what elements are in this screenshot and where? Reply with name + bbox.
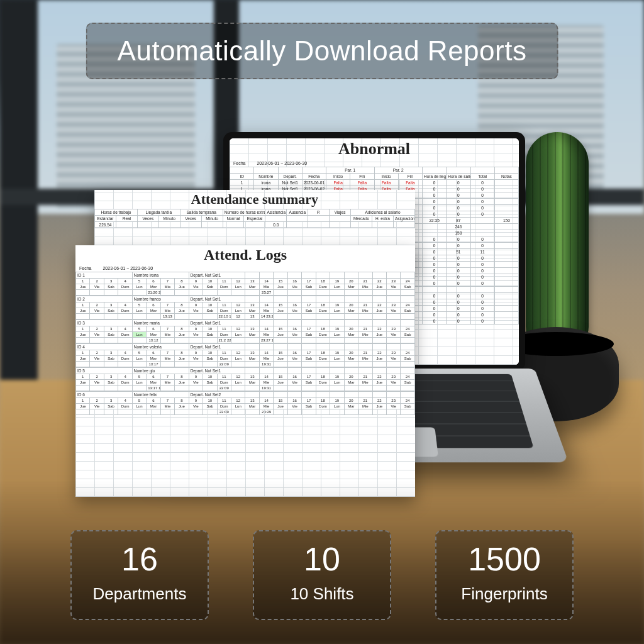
stat-label: Fingerprints	[454, 584, 555, 604]
stat-shifts: 10 10 Shifts	[253, 530, 391, 620]
cactus-plant	[526, 132, 589, 346]
summary-thead: Horas de trabajoLlegada tardíaSalida tem…	[95, 209, 415, 222]
logs-blocks: ID 1Nombre ironaDepart. Not Set112345678…	[75, 272, 415, 415]
report-attend-logs: Attend. Logs Fecha 2023-06-01 ~ 2023-06-…	[75, 245, 415, 497]
log-block: ID 2Nombre francoDepart. Not Set11234567…	[75, 296, 415, 319]
stat-label: Departments	[89, 584, 190, 604]
headline-text: Automatically Download Reports	[118, 35, 527, 66]
table-row: 1ironaNot Set12023-06-01FaltaFaltaFaltaF…	[230, 180, 519, 186]
log-block: ID 5Nombre gioDepart. Not Set11234567891…	[75, 367, 415, 391]
stat-fingerprints: 1500 Fingerprints	[435, 530, 574, 620]
summary-table: Horas de trabajoLlegada tardíaSalida tem…	[94, 209, 415, 228]
stat-value: 10	[272, 543, 372, 575]
logs-fecha-label: Fecha	[79, 266, 91, 270]
stat-departments: 16 Departments	[70, 530, 209, 620]
abnormal-fecha-range: 2023-06-01 ~ 2023-06-30	[257, 161, 307, 165]
log-block: ID 1Nombre ironaDepart. Not Set112345678…	[75, 272, 415, 296]
summary-title: Attendance summary	[94, 191, 415, 208]
logs-fecha-range: 2023-06-01 ~ 2023-06-30	[103, 266, 153, 270]
abnormal-fecha-label: Fecha	[233, 161, 245, 165]
table-row: 226.540.0	[95, 222, 415, 228]
log-block: ID 3Nombre mariaDepart. Not Set112345678…	[75, 319, 415, 343]
logs-title: Attend. Logs	[75, 247, 415, 264]
abnormal-thead: Par. 1Par. 2IDNombreDepart.FechaInicioFi…	[230, 167, 519, 180]
summary-tbody: 226.540.0	[95, 222, 415, 228]
stat-label: 10 Shifts	[272, 584, 372, 604]
log-block: ID 4Nombre valeriaDepart. Not Set1123456…	[75, 343, 415, 367]
stat-value: 1500	[454, 543, 555, 575]
report-abnormal-title: Abnormal	[230, 140, 519, 158]
stats-row: 16 Departments 10 10 Shifts 1500 Fingerp…	[0, 530, 644, 620]
headline-banner: Automatically Download Reports	[86, 23, 558, 79]
promo-stage: Abnormal Fecha 2023-06-01 ~ 2023-06-30 P…	[0, 0, 644, 644]
stat-value: 16	[89, 543, 190, 575]
